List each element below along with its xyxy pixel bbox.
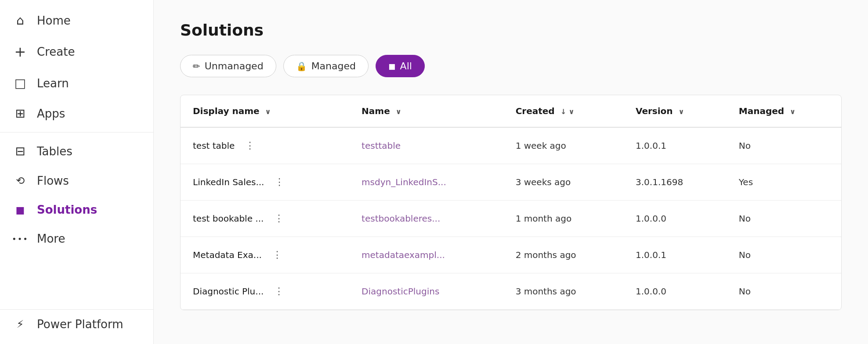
cell-created-0: 1 week ago — [503, 127, 623, 164]
col-header-name[interactable]: Name ∨ — [349, 95, 503, 127]
sidebar-item-tables[interactable]: ⊟ Tables — [0, 136, 153, 166]
cell-created-2: 1 month ago — [503, 201, 623, 237]
create-icon: + — [12, 43, 28, 60]
cell-managed-0: No — [727, 127, 841, 164]
sidebar-item-flows[interactable]: ⟲ Flows — [0, 166, 153, 195]
display-name-text-3: Metadata Exa... — [193, 250, 262, 260]
cell-created-4: 3 months ago — [503, 273, 623, 310]
cell-version-4: 1.0.0.0 — [623, 273, 727, 310]
table-row: test bookable ... ⋮ testbookableres... 1… — [181, 201, 841, 237]
managed-lock-icon: 🔒 — [296, 61, 307, 72]
sidebar: ⌂ Home + Create □ Learn ⊞ Apps ⊟ Tables … — [0, 0, 154, 344]
filter-all-label: All — [400, 61, 412, 72]
table-header-row: Display name ∨ Name ∨ Created ↓ ∨ Versio… — [181, 95, 841, 127]
name-sort-icon: ∨ — [396, 108, 401, 116]
home-icon: ⌂ — [12, 13, 28, 28]
sidebar-label-tables: Tables — [37, 145, 72, 158]
display-name-text-2: test bookable ... — [193, 213, 264, 224]
apps-icon: ⊞ — [12, 106, 28, 121]
display-name-text-0: test table — [193, 140, 235, 151]
cell-version-0: 1.0.0.1 — [623, 127, 727, 164]
sidebar-bottom: ⚡ Power Platform — [0, 309, 153, 339]
table-row: Diagnostic Plu... ⋮ DiagnosticPlugins 3 … — [181, 273, 841, 310]
col-header-display-name[interactable]: Display name ∨ — [181, 95, 349, 127]
filter-managed-button[interactable]: 🔒 Managed — [283, 55, 369, 77]
cell-display-name-2: test bookable ... ⋮ — [181, 201, 349, 237]
row-menu-button-0[interactable]: ⋮ — [242, 138, 258, 153]
learn-icon: □ — [12, 76, 28, 90]
sidebar-label-learn: Learn — [37, 77, 69, 90]
sidebar-item-solutions[interactable]: ◼ Solutions — [0, 195, 153, 224]
cell-managed-3: No — [727, 237, 841, 273]
sidebar-label-home: Home — [37, 14, 71, 27]
cell-version-2: 1.0.0.0 — [623, 201, 727, 237]
version-sort-icon: ∨ — [679, 108, 684, 116]
table-row: test table ⋮ testtable 1 week ago 1.0.0.… — [181, 127, 841, 164]
created-sort-icon: ↓ ∨ — [561, 108, 575, 116]
cell-display-name-1: LinkedIn Sales... ⋮ — [181, 164, 349, 201]
row-menu-button-2[interactable]: ⋮ — [271, 211, 287, 226]
cell-display-name-0: test table ⋮ — [181, 127, 349, 164]
cell-version-3: 1.0.0.1 — [623, 237, 727, 273]
sidebar-item-create[interactable]: + Create — [0, 36, 153, 68]
row-menu-button-3[interactable]: ⋮ — [269, 247, 286, 262]
sidebar-item-learn[interactable]: □ Learn — [0, 68, 153, 98]
managed-sort-icon: ∨ — [790, 108, 796, 116]
cell-display-name-4: Diagnostic Plu... ⋮ — [181, 273, 349, 310]
row-menu-button-4[interactable]: ⋮ — [271, 284, 287, 299]
row-menu-button-1[interactable]: ⋮ — [271, 175, 288, 190]
sidebar-item-apps[interactable]: ⊞ Apps — [0, 98, 153, 129]
filter-unmanaged-label: Unmanaged — [205, 61, 264, 72]
cell-managed-1: Yes — [727, 164, 841, 201]
filter-all-button[interactable]: ◼ All — [376, 55, 425, 77]
sidebar-label-flows: Flows — [37, 174, 69, 187]
sidebar-divider-1 — [0, 132, 153, 133]
cell-created-1: 3 weeks ago — [503, 164, 623, 201]
main-content: Solutions ✏ Unmanaged 🔒 Managed ◼ All Di… — [154, 0, 868, 344]
cell-managed-4: No — [727, 273, 841, 310]
sidebar-label-power-platform: Power Platform — [37, 318, 123, 331]
col-header-created[interactable]: Created ↓ ∨ — [503, 95, 623, 127]
page-title: Solutions — [180, 21, 842, 39]
solutions-icon: ◼ — [12, 203, 28, 216]
all-icon: ◼ — [388, 61, 396, 72]
cell-name-3: metadataexampl... — [349, 237, 503, 273]
cell-name-1: msdyn_LinkedInS... — [349, 164, 503, 201]
flows-icon: ⟲ — [12, 175, 28, 187]
filter-managed-label: Managed — [311, 61, 356, 72]
unmanaged-icon: ✏ — [193, 61, 200, 72]
filter-bar: ✏ Unmanaged 🔒 Managed ◼ All — [180, 55, 842, 77]
sidebar-label-apps: Apps — [37, 107, 65, 120]
table-row: LinkedIn Sales... ⋮ msdyn_LinkedInS... 3… — [181, 164, 841, 201]
cell-name-0: testtable — [349, 127, 503, 164]
tables-icon: ⊟ — [12, 144, 28, 158]
cell-name-2: testbookableres... — [349, 201, 503, 237]
display-name-sort-icon: ∨ — [265, 108, 271, 116]
col-header-version[interactable]: Version ∨ — [623, 95, 727, 127]
filter-unmanaged-button[interactable]: ✏ Unmanaged — [180, 55, 276, 77]
table-row: Metadata Exa... ⋮ metadataexampl... 2 mo… — [181, 237, 841, 273]
col-header-managed[interactable]: Managed ∨ — [727, 95, 841, 127]
more-icon: ••• — [12, 234, 28, 244]
display-name-text-1: LinkedIn Sales... — [193, 177, 264, 187]
power-platform-icon: ⚡ — [12, 318, 28, 330]
sidebar-label-more: More — [37, 232, 65, 245]
cell-managed-2: No — [727, 201, 841, 237]
cell-created-3: 2 months ago — [503, 237, 623, 273]
sidebar-item-power-platform[interactable]: ⚡ Power Platform — [0, 310, 153, 339]
sidebar-item-more[interactable]: ••• More — [0, 224, 153, 253]
cell-version-1: 3.0.1.1698 — [623, 164, 727, 201]
solutions-table: Display name ∨ Name ∨ Created ↓ ∨ Versio… — [181, 95, 841, 310]
sidebar-item-home[interactable]: ⌂ Home — [0, 5, 153, 36]
sidebar-label-solutions: Solutions — [37, 203, 97, 216]
sidebar-label-create: Create — [37, 45, 75, 58]
cell-display-name-3: Metadata Exa... ⋮ — [181, 237, 349, 273]
solutions-table-container: Display name ∨ Name ∨ Created ↓ ∨ Versio… — [180, 95, 842, 310]
cell-name-4: DiagnosticPlugins — [349, 273, 503, 310]
display-name-text-4: Diagnostic Plu... — [193, 286, 264, 297]
